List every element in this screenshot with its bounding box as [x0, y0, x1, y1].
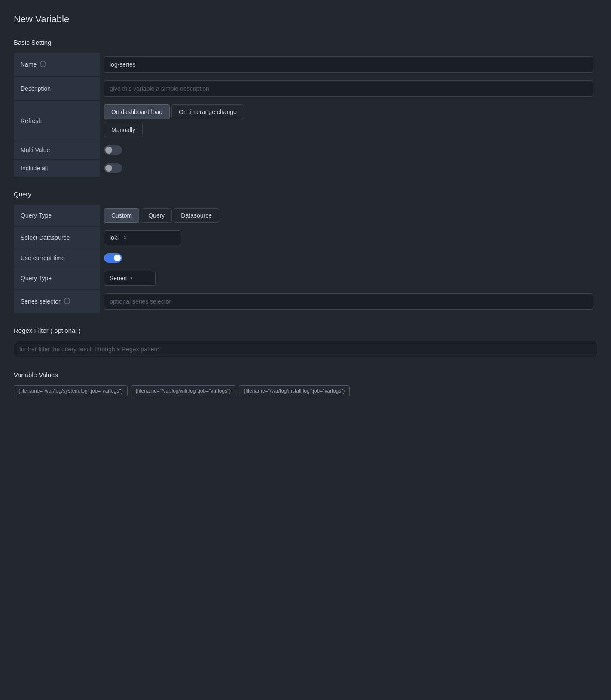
query-type-custom-btn[interactable]: Custom — [104, 208, 139, 223]
page-title: New Variable — [14, 14, 597, 25]
description-label: Description — [14, 77, 100, 100]
basic-setting-title: Basic Setting — [14, 39, 597, 46]
query-section-title: Query — [14, 190, 597, 198]
query-type-value-cell: Custom Query Datasource — [100, 205, 597, 226]
include-all-row: Include all — [14, 160, 597, 177]
use-current-time-label: Use current time — [14, 249, 100, 267]
variable-values-tag-list: {filename="/var/log/system.log",job="var… — [14, 385, 597, 396]
query-type-query-btn[interactable]: Query — [141, 208, 172, 223]
multi-value-toggle[interactable] — [104, 145, 122, 155]
description-row: Description — [14, 77, 597, 100]
datasource-value: loki — [110, 234, 119, 241]
query-type2-row: Query Type Series ▾ — [14, 267, 597, 289]
use-current-time-toggle[interactable] — [104, 253, 122, 263]
tag-0[interactable]: {filename="/var/log/system.log",job="var… — [14, 385, 128, 396]
use-current-time-row: Use current time — [14, 249, 597, 267]
select-datasource-row: Select Datasource loki × — [14, 227, 597, 249]
regex-filter-input[interactable] — [14, 341, 597, 357]
variable-values-title: Variable Values — [14, 371, 597, 378]
refresh-on-dashboard-load-btn[interactable]: On dashboard load — [104, 104, 170, 119]
name-row: Name ⓘ — [14, 53, 597, 76]
query-section: Query Query Type Custom Query Datasource… — [14, 190, 597, 313]
use-current-time-toggle-cell — [100, 249, 597, 267]
chevron-down-icon: ▾ — [130, 276, 133, 281]
variable-values-section: Variable Values {filename="/var/log/syst… — [14, 371, 597, 396]
multi-value-row: Multi Value — [14, 141, 597, 159]
query-type2-value-cell: Series ▾ — [100, 267, 597, 289]
tag-1[interactable]: {filename="/var/log/wifi.log",job="varlo… — [131, 385, 236, 396]
select-datasource-value-cell: loki × — [100, 227, 597, 249]
description-input[interactable] — [104, 80, 593, 97]
multi-value-label: Multi Value — [14, 141, 100, 159]
description-value-cell — [100, 77, 597, 100]
query-type-datasource-btn[interactable]: Datasource — [174, 208, 219, 223]
refresh-btn-group: On dashboard load On timerange change — [104, 104, 244, 119]
refresh-label: Refresh — [14, 101, 100, 141]
datasource-close-icon[interactable]: × — [124, 235, 127, 241]
name-value-cell — [100, 53, 597, 76]
select-datasource-label: Select Datasource — [14, 227, 100, 249]
query-type2-value: Series — [110, 275, 127, 282]
name-input[interactable] — [104, 56, 593, 73]
query-type2-label: Query Type — [14, 267, 100, 289]
include-all-toggle-cell — [100, 160, 597, 177]
basic-setting-section: Basic Setting Name ⓘ Description Refresh… — [14, 39, 597, 177]
query-type2-select[interactable]: Series ▾ — [104, 271, 156, 286]
query-type-row: Query Type Custom Query Datasource — [14, 205, 597, 226]
name-info-icon[interactable]: ⓘ — [40, 61, 46, 68]
regex-filter-title: Regex Filter ( optional ) — [14, 327, 597, 334]
series-selector-label: Series selector ⓘ — [14, 290, 100, 313]
series-selector-row: Series selector ⓘ — [14, 290, 597, 313]
include-all-label: Include all — [14, 160, 100, 177]
refresh-on-timerange-change-btn[interactable]: On timerange change — [171, 104, 244, 119]
query-type-label: Query Type — [14, 205, 100, 226]
tag-2[interactable]: {filename="/var/log/install.log",job="va… — [239, 385, 349, 396]
datasource-selector[interactable]: loki × — [104, 230, 181, 245]
series-selector-input[interactable] — [104, 293, 593, 310]
refresh-value-cell: On dashboard load On timerange change Ma… — [100, 101, 597, 141]
include-all-toggle[interactable] — [104, 163, 122, 173]
regex-filter-section: Regex Filter ( optional ) — [14, 327, 597, 357]
series-selector-info-icon[interactable]: ⓘ — [64, 298, 70, 305]
query-type-btn-group: Custom Query Datasource — [104, 208, 219, 223]
series-selector-value-cell — [100, 290, 597, 313]
refresh-manually-btn[interactable]: Manually — [104, 123, 143, 137]
refresh-row: Refresh On dashboard load On timerange c… — [14, 101, 597, 141]
name-label: Name ⓘ — [14, 53, 100, 76]
multi-value-toggle-cell — [100, 141, 597, 159]
